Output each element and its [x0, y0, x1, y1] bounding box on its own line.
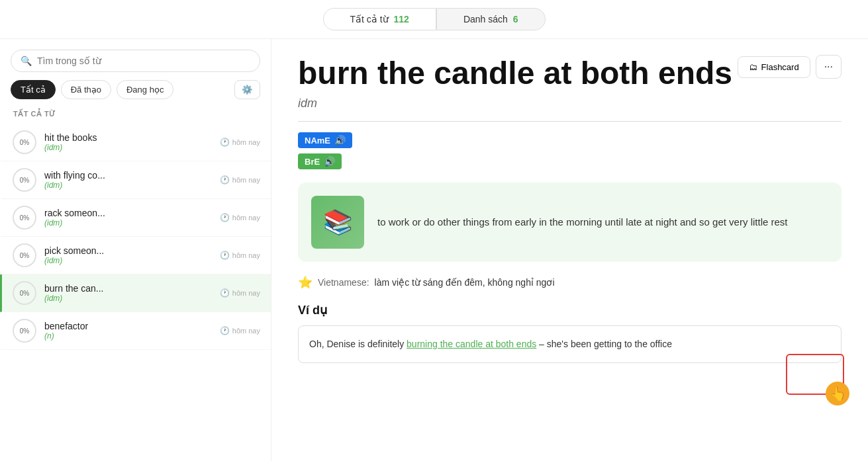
list-item[interactable]: 0% benefactor (n) 🕐 hôm nay — [0, 312, 271, 350]
progress-circle: 0% — [13, 206, 36, 230]
vietnamese-row: ⭐ Vietnamese: làm việc từ sáng đến đêm, … — [298, 275, 842, 290]
clock-icon: 🕐 — [220, 213, 230, 222]
bre-pronunciation-button[interactable]: BrE 🔊 — [298, 153, 342, 169]
clock-icon: 🕐 — [220, 251, 230, 260]
word-name: benefactor — [44, 321, 212, 331]
search-input[interactable] — [37, 56, 250, 66]
speaker-icon: 🔊 — [334, 135, 346, 146]
example-text-end: – she's been getting to the office — [536, 339, 672, 349]
clock-icon: 🕐 — [220, 175, 230, 185]
filter-all-button[interactable]: Tất cả — [11, 80, 56, 99]
word-type: (idm) — [44, 256, 212, 265]
example-box: Oh, Denise is definitely burning the can… — [298, 325, 842, 362]
word-name: with flying co... — [44, 170, 212, 181]
example-text-start: Oh, Denise is definitely — [309, 339, 407, 349]
clock-icon: 🕐 — [220, 288, 230, 298]
word-info: with flying co... (idm) — [44, 170, 212, 190]
clock-icon: 🕐 — [220, 138, 230, 147]
word-name: rack someon... — [44, 208, 212, 218]
word-info: pick someon... (idm) — [44, 245, 212, 265]
example-section: Ví dụ Oh, Denise is definitely burning t… — [298, 303, 842, 362]
word-time: 🕐 hôm nay — [220, 138, 260, 147]
word-list: 0% hit the books (idm) 🕐 hôm nay 0% with… — [0, 124, 271, 450]
speaker-icon: 🔊 — [324, 156, 335, 167]
search-icon: 🔍 — [21, 56, 32, 66]
word-type: (n) — [44, 331, 212, 341]
bre-label: BrE — [305, 157, 320, 167]
word-time: 🕐 hôm nay — [220, 175, 260, 185]
vietnamese-text: làm việc từ sáng đến đêm, không nghỉ ngơ… — [375, 277, 555, 288]
star-icon: ⭐ — [298, 275, 313, 290]
word-type: (idm) — [44, 294, 212, 303]
word-type: (idm) — [44, 143, 212, 152]
progress-circle: 0% — [13, 281, 36, 305]
sidebar: 🔍 Tất cả Đã thạo Đang học ⚙️ TẤT CẢ TỪ 0… — [0, 39, 271, 461]
divider — [298, 121, 842, 122]
definition-box: 📚 to work or do other things from early … — [298, 183, 842, 262]
progress-circle: 0% — [13, 243, 36, 267]
word-name: hit the books — [44, 132, 212, 143]
red-highlight-box: 👆 — [786, 354, 844, 395]
definition-text: to work or do other things from early in… — [377, 214, 787, 230]
tab-list-label: Danh sách — [463, 14, 508, 24]
vietnamese-label: Vietnamese: — [318, 277, 369, 288]
list-item[interactable]: 0% hit the books (idm) 🕐 hôm nay — [0, 124, 271, 161]
example-title: Ví dụ — [298, 303, 842, 317]
flashcard-button[interactable]: 🗂 Flashcard — [738, 56, 810, 78]
cursor-overlay: 👆 — [786, 354, 844, 395]
filter-learning-button[interactable]: Đang học — [117, 80, 173, 99]
tab-all-label: Tất cả từ — [350, 14, 389, 24]
filter-row: Tất cả Đã thạo Đang học ⚙️ — [11, 80, 260, 99]
tab-all-words[interactable]: Tất cả từ 112 — [323, 8, 436, 30]
filter-icon: ⚙️ — [242, 85, 253, 95]
progress-circle: 0% — [13, 168, 36, 192]
word-time: 🕐 hôm nay — [220, 288, 260, 298]
name-pronunciation-button[interactable]: NAmE 🔊 — [298, 132, 352, 148]
tab-list[interactable]: Danh sách 6 — [436, 8, 546, 30]
more-button[interactable]: ··· — [816, 55, 842, 79]
word-info: burn the can... (idm) — [44, 283, 212, 303]
filter-mastered-button[interactable]: Đã thạo — [61, 80, 111, 99]
example-link[interactable]: burning the candle at both ends — [407, 339, 536, 349]
filter-options-button[interactable]: ⚙️ — [234, 80, 260, 99]
word-name: pick someon... — [44, 245, 212, 256]
progress-circle: 0% — [13, 319, 36, 343]
top-tabs-bar: Tất cả từ 112 Danh sách 6 — [0, 0, 868, 39]
word-type: (idm) — [44, 181, 212, 190]
cursor-button[interactable]: 👆 — [826, 382, 849, 405]
hand-cursor-icon: 👆 — [830, 386, 846, 401]
word-type: (idm) — [44, 218, 212, 228]
tab-all-count: 112 — [394, 14, 409, 24]
header-actions: 🗂 Flashcard ··· — [738, 55, 842, 79]
flashcard-label: Flashcard — [761, 62, 799, 72]
section-label: TẤT CẢ TỪ — [0, 110, 271, 124]
list-item-active[interactable]: 0% burn the can... (idm) 🕐 hôm nay — [0, 274, 271, 312]
search-bar[interactable]: 🔍 — [11, 50, 260, 72]
clock-icon: 🕐 — [220, 326, 230, 335]
word-info: rack someon... (idm) — [44, 208, 212, 228]
word-time: 🕐 hôm nay — [220, 326, 260, 335]
word-name: burn the can... — [44, 283, 212, 294]
word-time: 🕐 hôm nay — [220, 251, 260, 260]
list-item[interactable]: 0% rack someon... (idm) 🕐 hôm nay — [0, 199, 271, 237]
list-item[interactable]: 0% pick someon... (idm) 🕐 hôm nay — [0, 237, 271, 274]
word-time: 🕐 hôm nay — [220, 213, 260, 222]
word-pos: idm — [298, 97, 842, 110]
word-info: hit the books (idm) — [44, 132, 212, 152]
progress-circle: 0% — [13, 130, 36, 154]
pronunciation-row: NAmE 🔊 BrE 🔊 — [298, 132, 842, 169]
name-label: NAmE — [305, 136, 330, 146]
list-item[interactable]: 0% with flying co... (idm) 🕐 hôm nay — [0, 161, 271, 199]
main-content: 🗂 Flashcard ··· burn the candle at both … — [271, 39, 868, 461]
flashcard-icon: 🗂 — [749, 62, 757, 72]
word-info: benefactor (n) — [44, 321, 212, 341]
book-illustration: 📚 — [311, 196, 364, 249]
tab-list-count: 6 — [513, 14, 518, 24]
